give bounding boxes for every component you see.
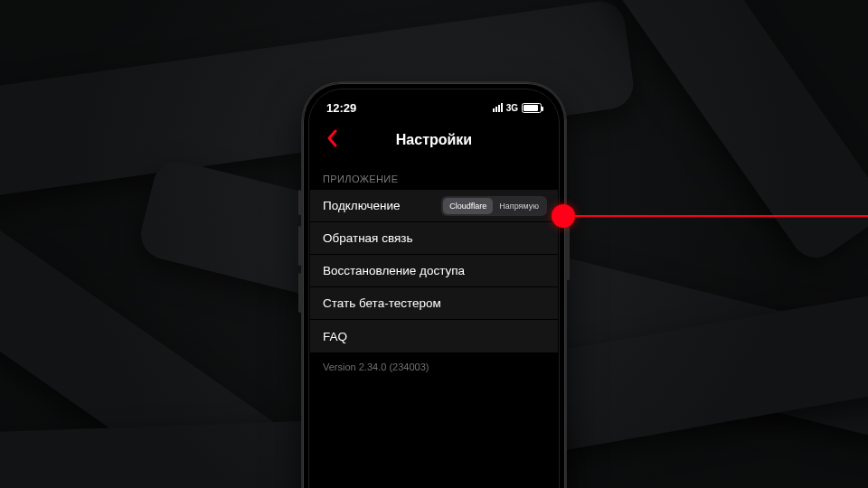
segment-cloudflare[interactable]: Cloudflare bbox=[443, 198, 493, 214]
network-type: 3G bbox=[506, 103, 518, 113]
phone-screen: 12:29 3G Настройки ПРИЛОЖЕНИЕ Подключени… bbox=[310, 90, 558, 488]
status-bar: 12:29 3G bbox=[310, 90, 558, 121]
row-feedback[interactable]: Обратная связь bbox=[310, 222, 558, 255]
phone-mute-switch bbox=[298, 190, 301, 215]
row-connection-label: Подключение bbox=[323, 199, 401, 212]
callout-line bbox=[563, 215, 868, 217]
nav-bar: Настройки bbox=[310, 121, 558, 159]
row-faq[interactable]: FAQ bbox=[310, 320, 558, 352]
status-time: 12:29 bbox=[326, 101, 356, 115]
connection-segmented-control[interactable]: Cloudflare Напрямую bbox=[441, 196, 547, 216]
battery-icon bbox=[522, 103, 542, 113]
row-restore-access-label: Восстановление доступа bbox=[323, 264, 465, 277]
row-faq-label: FAQ bbox=[323, 330, 347, 343]
phone-volume-up bbox=[298, 226, 301, 266]
row-feedback-label: Обратная связь bbox=[323, 231, 412, 245]
status-right: 3G bbox=[493, 103, 542, 113]
settings-list: Подключение Cloudflare Напрямую Обратная… bbox=[310, 190, 558, 352]
signal-strength-icon bbox=[493, 103, 503, 112]
section-header-app: ПРИЛОЖЕНИЕ bbox=[310, 159, 558, 190]
row-beta-tester[interactable]: Стать бета-тестером bbox=[310, 287, 558, 320]
phone-volume-down bbox=[298, 273, 301, 313]
row-restore-access[interactable]: Восстановление доступа bbox=[310, 255, 558, 287]
callout-annotation bbox=[552, 204, 868, 228]
page-title: Настройки bbox=[396, 132, 472, 148]
app-version: Version 2.34.0 (234003) bbox=[310, 352, 558, 381]
chevron-left-icon bbox=[326, 129, 337, 147]
row-connection: Подключение Cloudflare Напрямую bbox=[310, 190, 558, 222]
back-button[interactable] bbox=[319, 124, 344, 156]
callout-dot bbox=[552, 204, 575, 228]
segment-direct[interactable]: Напрямую bbox=[493, 198, 545, 214]
row-beta-tester-label: Стать бета-тестером bbox=[323, 296, 441, 310]
phone-mockup: 12:29 3G Настройки ПРИЛОЖЕНИЕ Подключени… bbox=[301, 81, 567, 488]
